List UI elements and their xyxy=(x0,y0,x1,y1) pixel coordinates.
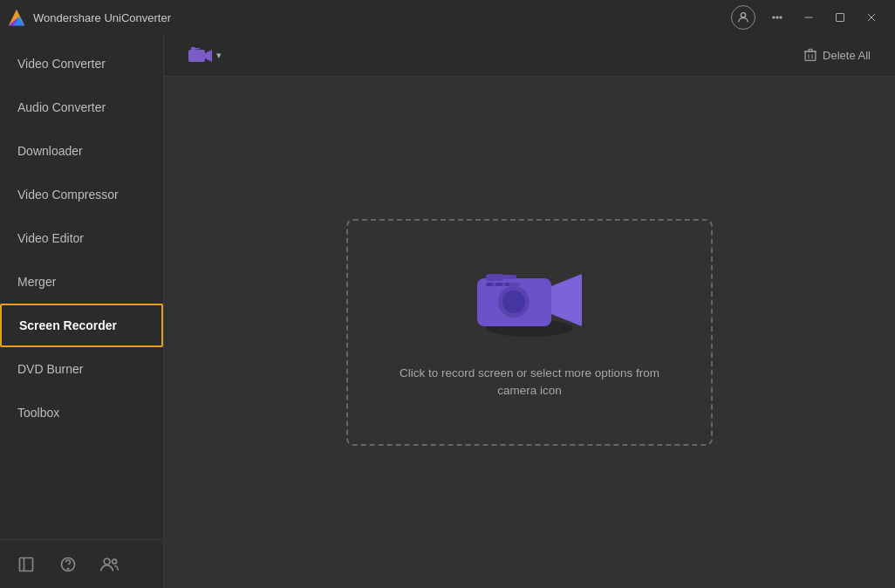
svg-point-6 xyxy=(780,17,782,18)
titlebar: Wondershare UniConverter xyxy=(0,0,895,35)
svg-rect-8 xyxy=(837,14,844,22)
svg-rect-19 xyxy=(193,48,200,50)
sidebar-item-video-compressor[interactable]: Video Compressor xyxy=(0,173,163,216)
menu-button[interactable] xyxy=(764,7,790,28)
sidebar-item-screen-recorder[interactable]: Screen Recorder xyxy=(0,304,163,347)
svg-rect-36 xyxy=(505,283,509,286)
svg-marker-20 xyxy=(205,50,212,62)
sidebar-item-video-editor[interactable]: Video Editor xyxy=(0,216,163,260)
book-icon[interactable] xyxy=(14,552,38,577)
trash-icon xyxy=(803,48,817,63)
restore-button[interactable] xyxy=(827,7,853,28)
camera-mode-button[interactable]: ▾ xyxy=(181,43,229,69)
sidebar: Video Converter Audio Converter Download… xyxy=(0,35,164,588)
record-camera-icon xyxy=(473,265,586,344)
svg-point-15 xyxy=(104,558,110,564)
svg-rect-29 xyxy=(490,275,516,279)
svg-point-14 xyxy=(67,568,68,569)
chevron-down-icon: ▾ xyxy=(216,50,222,61)
users-icon[interactable] xyxy=(98,552,122,577)
svg-point-3 xyxy=(741,13,745,17)
sidebar-item-dvd-burner[interactable]: DVD Burner xyxy=(0,347,163,391)
delete-all-label: Delete All xyxy=(823,49,871,62)
svg-rect-23 xyxy=(809,49,812,51)
close-button[interactable] xyxy=(858,7,885,28)
content-area: ▾ Delete All xyxy=(164,35,895,588)
help-icon[interactable] xyxy=(56,552,80,577)
app-title: Wondershare UniConverter xyxy=(33,11,171,24)
sidebar-item-audio-converter[interactable]: Audio Converter xyxy=(0,85,163,129)
svg-point-5 xyxy=(776,17,778,18)
sidebar-item-merger[interactable]: Merger xyxy=(0,260,163,304)
drop-zone-container: Click to record screen or select more op… xyxy=(164,77,895,588)
delete-all-button[interactable]: Delete All xyxy=(796,44,878,66)
svg-rect-21 xyxy=(805,51,816,60)
content-header: ▾ Delete All xyxy=(164,35,895,77)
svg-point-16 xyxy=(113,559,117,564)
svg-point-4 xyxy=(773,17,775,18)
svg-point-31 xyxy=(502,291,525,313)
svg-marker-32 xyxy=(551,274,582,326)
app-logo xyxy=(7,8,26,27)
profile-button[interactable] xyxy=(731,5,755,30)
sidebar-footer xyxy=(0,539,163,588)
titlebar-left: Wondershare UniConverter xyxy=(7,8,171,27)
svg-rect-11 xyxy=(20,557,33,571)
main-container: Video Converter Audio Converter Download… xyxy=(0,35,895,588)
record-drop-zone[interactable]: Click to record screen or select more op… xyxy=(346,219,713,446)
sidebar-item-toolbox[interactable]: Toolbox xyxy=(0,391,163,434)
svg-rect-17 xyxy=(188,50,205,62)
minimize-button[interactable] xyxy=(796,7,822,28)
sidebar-item-video-converter[interactable]: Video Converter xyxy=(0,42,163,85)
camera-icon xyxy=(188,46,213,65)
drop-zone-hint: Click to record screen or select more op… xyxy=(390,365,669,400)
svg-rect-35 xyxy=(495,283,502,286)
svg-rect-34 xyxy=(486,283,493,286)
titlebar-right xyxy=(731,5,885,30)
sidebar-nav: Video Converter Audio Converter Download… xyxy=(0,35,163,539)
header-left: ▾ xyxy=(181,43,229,69)
sidebar-item-downloader[interactable]: Downloader xyxy=(0,129,163,173)
